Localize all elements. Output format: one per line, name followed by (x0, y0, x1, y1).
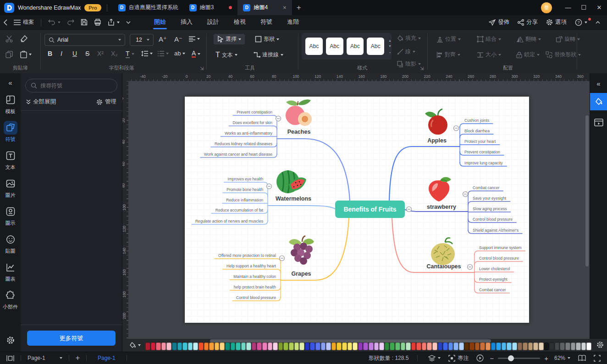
size-button[interactable]: 大小 (477, 51, 501, 59)
color-swatch[interactable] (512, 342, 517, 350)
mindmap-leaf[interactable]: Prevent constipation (237, 110, 272, 114)
color-swatch[interactable] (331, 342, 337, 350)
mindmap-leaf[interactable]: Combat cancer (473, 185, 499, 190)
tab-design[interactable]: 設計 (200, 15, 226, 30)
sidebar-item-images[interactable]: 圖片 (1, 177, 20, 199)
mindmap-leaf[interactable]: Work against cancer and heart disease (204, 152, 272, 157)
color-swatch[interactable] (283, 342, 288, 350)
color-swatch[interactable] (390, 342, 395, 350)
color-swatch[interactable] (305, 342, 310, 350)
close-tab-icon[interactable]: × (283, 4, 287, 11)
color-swatch[interactable] (215, 342, 220, 350)
color-swatch[interactable] (326, 342, 331, 350)
color-swatch[interactable] (518, 342, 523, 350)
color-swatch[interactable] (199, 342, 204, 350)
color-swatch[interactable] (161, 342, 166, 350)
color-swatch[interactable] (145, 342, 150, 350)
font-color-button[interactable]: A (192, 50, 200, 58)
color-swatch[interactable] (401, 342, 406, 350)
new-tab-button[interactable]: + (292, 3, 306, 12)
collapse-minus-icon[interactable] (407, 207, 412, 212)
doc-tab-3-active[interactable]: D 繪圖4 × (237, 0, 292, 15)
text-align-button[interactable] (189, 36, 200, 42)
sidebar-item-widgets[interactable]: 小部件 (1, 288, 20, 310)
mindmap-leaf[interactable]: Promote bone health (226, 187, 263, 192)
sidebar-item-icons[interactable]: 圖示 (1, 205, 20, 227)
color-swatch[interactable] (268, 342, 273, 350)
topic-label[interactable]: Watermelons (276, 196, 311, 202)
mindmap-leaf[interactable]: Help support a healthy heart (226, 264, 276, 268)
italic-button[interactable]: I (61, 50, 62, 57)
style-scroll-down-icon[interactable]: ▼ (388, 44, 392, 48)
redo-button[interactable] (64, 19, 77, 25)
vertical-scrollbar[interactable] (585, 115, 589, 266)
bold-button[interactable]: B (48, 50, 52, 57)
color-swatch[interactable] (246, 342, 251, 350)
color-swatch[interactable] (427, 342, 432, 350)
color-swatch[interactable] (549, 342, 554, 350)
collapse-panel-icon[interactable]: « (8, 79, 12, 87)
color-swatch[interactable] (379, 342, 384, 350)
position-button[interactable]: 位置 (436, 35, 461, 43)
maximize-button[interactable]: ☐ (576, 0, 591, 15)
color-swatch[interactable] (480, 342, 485, 350)
color-swatch[interactable] (252, 342, 257, 350)
color-swatch[interactable] (278, 342, 283, 350)
shadow-button[interactable]: 陰影 (397, 60, 421, 68)
color-swatch[interactable] (533, 342, 538, 350)
color-swatch[interactable] (507, 342, 512, 350)
color-swatch[interactable] (363, 342, 368, 350)
lock-button[interactable]: 鎖定 (516, 51, 540, 59)
zoom-out-button[interactable]: − (490, 354, 494, 362)
color-swatch[interactable] (555, 342, 560, 350)
mindmap-leaf[interactable]: Maintain a healthy colon (233, 274, 276, 279)
mindmap-leaf[interactable]: Prevent constipation (464, 150, 500, 154)
color-swatch[interactable] (443, 342, 448, 350)
fill-button[interactable]: 填充 (397, 34, 421, 42)
manage-button[interactable]: 管理 (96, 98, 116, 106)
mindmap-leaf[interactable]: help protect brain health (234, 285, 276, 289)
play-presentation-button[interactable] (475, 354, 486, 362)
tab-view[interactable]: 檢視 (226, 15, 253, 30)
color-swatch[interactable] (406, 342, 411, 350)
align-button[interactable]: 對齊 (436, 51, 460, 59)
minimize-button[interactable]: — (560, 0, 576, 15)
color-swatch[interactable] (491, 342, 496, 350)
mindmap-leaf[interactable]: Control blood pressure (473, 217, 513, 222)
color-swatch[interactable] (544, 342, 549, 350)
zoom-level-dropdown[interactable]: 62% (552, 355, 572, 361)
subscript-button[interactable]: X₂ (111, 50, 118, 57)
mindmap-leaf[interactable]: Block diarrhea (464, 129, 490, 133)
collapse-ribbon-button[interactable] (592, 21, 603, 24)
color-swatch[interactable] (220, 342, 225, 350)
print-button[interactable] (91, 19, 105, 26)
style-preset-1[interactable]: Abc (305, 38, 323, 55)
color-swatch[interactable] (459, 342, 464, 350)
color-swatch[interactable] (576, 342, 581, 350)
style-scroll-up-icon[interactable]: ▲ (388, 39, 392, 42)
copy-button[interactable] (6, 51, 13, 58)
mindmap-leaf[interactable]: Combat cancer (479, 288, 506, 292)
text-tool-button[interactable]: T 文本 (215, 51, 237, 59)
color-swatch[interactable] (182, 342, 188, 350)
cut-button[interactable] (6, 35, 13, 43)
topic-label[interactable]: Peaches (287, 129, 311, 135)
style-preset-4[interactable]: Abc (367, 38, 384, 55)
flip-button[interactable]: 翻轉 (516, 35, 541, 43)
topic-label[interactable]: strawberry (427, 204, 456, 210)
style-preset-2[interactable]: Abc (326, 38, 343, 55)
sidebar-item-text[interactable]: 文本 (1, 149, 20, 171)
font-group-expand-icon[interactable]: ⇲ (200, 66, 204, 71)
mindmap-leaf[interactable]: Shield against Alzheimer's (473, 228, 519, 233)
undo-button[interactable] (45, 19, 64, 25)
color-swatch[interactable] (464, 342, 469, 350)
color-swatch[interactable] (539, 342, 544, 350)
mindmap-leaf[interactable]: Lower cholesterol (479, 266, 510, 271)
color-swatch[interactable] (188, 342, 193, 350)
zoom-slider-thumb[interactable] (508, 355, 514, 361)
bullet-list-button[interactable] (158, 51, 169, 56)
color-swatch[interactable] (469, 342, 475, 350)
mindmap-leaf[interactable]: Control blood pressure (479, 256, 519, 261)
color-swatch[interactable] (586, 342, 591, 350)
collapse-right-panel-icon[interactable]: « (596, 80, 600, 87)
